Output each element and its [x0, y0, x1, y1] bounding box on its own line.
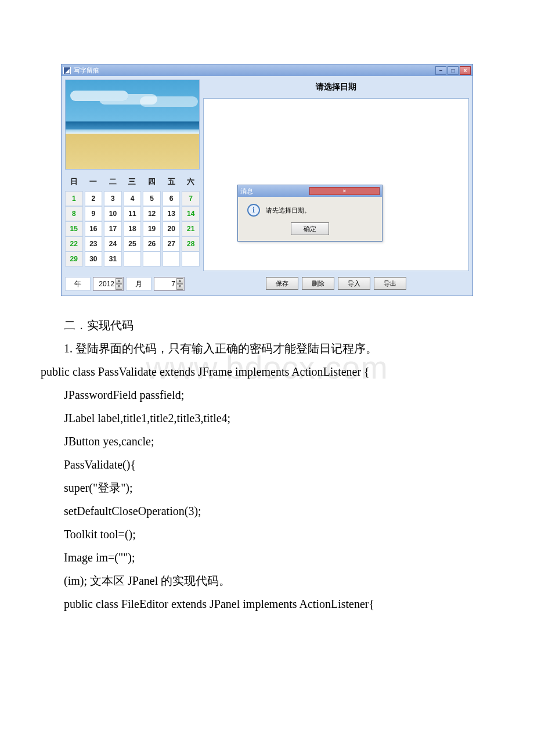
- text-area[interactable]: 消息 × i 请先选择日期。 确定: [203, 98, 469, 271]
- save-button[interactable]: 保存: [266, 277, 298, 290]
- calendar-cell[interactable]: 12: [143, 206, 161, 221]
- calendar-cell[interactable]: 1: [65, 191, 83, 206]
- dialog-ok-button[interactable]: 确定: [291, 222, 329, 235]
- code-line: Toolkit tool=();: [41, 523, 482, 546]
- app-body: 日一二三四五六 12345678910111213141516171819202…: [62, 76, 472, 296]
- calendar-cell[interactable]: 14: [182, 206, 200, 221]
- calendar-cell[interactable]: 16: [85, 221, 103, 236]
- beach-image: [65, 80, 200, 170]
- minimize-button[interactable]: –: [435, 66, 446, 75]
- calendar-cell[interactable]: 3: [104, 191, 122, 206]
- code-line: public class PassValidate extends JFrame…: [77, 360, 482, 383]
- code-line: Image im=("");: [41, 546, 482, 569]
- calendar-row: 293031: [65, 251, 200, 267]
- year-label: 年: [65, 277, 91, 291]
- calendar-cell[interactable]: 8: [65, 206, 83, 221]
- code-line: (im); 文本区 JPanel 的实现代码。: [41, 569, 482, 592]
- dialog-message-row: i 请先选择日期。: [245, 204, 311, 217]
- calendar-cell[interactable]: 18: [124, 221, 142, 236]
- spinner-up-icon[interactable]: ▲: [176, 278, 183, 284]
- spinner-down-icon[interactable]: ▼: [176, 284, 183, 290]
- message-dialog: 消息 × i 请先选择日期。 确定: [237, 185, 383, 242]
- calendar-cell[interactable]: 20: [163, 221, 181, 236]
- dialog-titlebar: 消息 ×: [238, 185, 382, 197]
- calendar-cell[interactable]: 17: [104, 221, 122, 236]
- right-panel: 请选择日期 消息 × i 请先选择日期。: [203, 80, 469, 292]
- spinner-up-icon[interactable]: ▲: [116, 278, 122, 284]
- delete-button[interactable]: 删除: [302, 277, 334, 290]
- calendar-row: 15161718192021: [65, 221, 200, 236]
- paragraph: 1. 登陆界面的代码，只有输入正确的密码才能登陆日记程序。: [41, 337, 482, 360]
- calendar-cell[interactable]: 9: [85, 206, 103, 221]
- calendar-cell[interactable]: 11: [124, 206, 142, 221]
- month-spinner[interactable]: ▲ ▼: [154, 277, 185, 291]
- weekday-header: 三: [124, 174, 142, 189]
- calendar-cell: [182, 251, 200, 267]
- weekday-header: 四: [143, 174, 161, 189]
- calendar-row: 22232425262728: [65, 236, 200, 251]
- calendar-cell[interactable]: 26: [143, 236, 161, 251]
- calendar-header: 日一二三四五六: [65, 174, 200, 189]
- calendar-cell[interactable]: 19: [143, 221, 161, 236]
- calendar-cell[interactable]: 10: [104, 206, 122, 221]
- calendar-cell[interactable]: 4: [124, 191, 142, 206]
- calendar-cell[interactable]: 28: [182, 236, 200, 251]
- close-button[interactable]: ×: [460, 66, 471, 75]
- info-icon: i: [247, 204, 260, 217]
- calendar: 日一二三四五六 12345678910111213141516171819202…: [65, 173, 200, 268]
- calendar-cell[interactable]: 21: [182, 221, 200, 236]
- code-line: PassValidate(){: [41, 453, 482, 476]
- window-controls: – □ ×: [435, 66, 471, 75]
- article-body: 二．实现代码 1. 登陆界面的代码，只有输入正确的密码才能登陆日记程序。 pub…: [41, 314, 482, 615]
- spinner-down-icon[interactable]: ▼: [116, 284, 122, 290]
- weekday-header: 日: [65, 174, 83, 189]
- calendar-cell[interactable]: 5: [143, 191, 161, 206]
- calendar-cell[interactable]: 6: [163, 191, 181, 206]
- calendar-cell[interactable]: 15: [65, 221, 83, 236]
- dialog-body: i 请先选择日期。 确定: [238, 197, 382, 241]
- weekday-header: 二: [104, 174, 122, 189]
- calendar-cell[interactable]: 29: [65, 251, 83, 267]
- calendar-cell[interactable]: 30: [85, 251, 103, 267]
- code-line: setDefaultCloseOperation(3);: [41, 499, 482, 523]
- calendar-cell[interactable]: 24: [104, 236, 122, 251]
- maximize-button[interactable]: □: [448, 66, 459, 75]
- calendar-cell[interactable]: 23: [85, 236, 103, 251]
- calendar-cell: [143, 251, 161, 267]
- code-line: JLabel label,title1,title2,title3,title4…: [41, 406, 482, 430]
- calendar-cell[interactable]: 13: [163, 206, 181, 221]
- calendar-cell[interactable]: 7: [182, 191, 200, 206]
- window-title: 写字留痕: [74, 66, 435, 75]
- month-input[interactable]: [154, 280, 176, 288]
- calendar-body: 1234567891011121314151617181920212223242…: [65, 191, 200, 267]
- import-button[interactable]: 导入: [338, 277, 370, 290]
- code-line: JButton yes,cancle;: [41, 430, 482, 453]
- calendar-cell: [163, 251, 181, 267]
- calendar-row: 891011121314: [65, 206, 200, 221]
- dialog-close-button[interactable]: ×: [309, 187, 380, 195]
- calendar-cell[interactable]: 22: [65, 236, 83, 251]
- app-screenshot: ◢ 写字留痕 – □ × 日一二三四五六 1234567891011121314…: [61, 64, 473, 296]
- calendar-cell[interactable]: 27: [163, 236, 181, 251]
- action-row: 保存 删除 导入 导出: [203, 275, 469, 292]
- calendar-cell[interactable]: 31: [104, 251, 122, 267]
- code-line: public class FileEditor extends JPanel i…: [41, 592, 482, 615]
- code-line: JPasswordField passfield;: [41, 383, 482, 406]
- dialog-message: 请先选择日期。: [266, 206, 311, 215]
- export-button[interactable]: 导出: [374, 277, 406, 290]
- calendar-cell: [124, 251, 142, 267]
- month-label: 月: [126, 277, 151, 291]
- code-line: super("登录");: [41, 476, 482, 499]
- year-input[interactable]: [93, 280, 116, 288]
- calendar-row: 1234567: [65, 191, 200, 206]
- calendar-cell[interactable]: 2: [85, 191, 103, 206]
- app-window: ◢ 写字留痕 – □ × 日一二三四五六 1234567891011121314…: [61, 64, 473, 296]
- year-spinner[interactable]: ▲ ▼: [93, 277, 124, 291]
- date-prompt-label: 请选择日期: [203, 80, 469, 95]
- weekday-header: 五: [163, 174, 181, 189]
- dialog-title-text: 消息: [240, 187, 309, 196]
- weekday-header: 六: [182, 174, 200, 189]
- calendar-cell[interactable]: 25: [124, 236, 142, 251]
- app-icon: ◢: [63, 67, 71, 74]
- section-heading: 二．实现代码: [41, 314, 482, 337]
